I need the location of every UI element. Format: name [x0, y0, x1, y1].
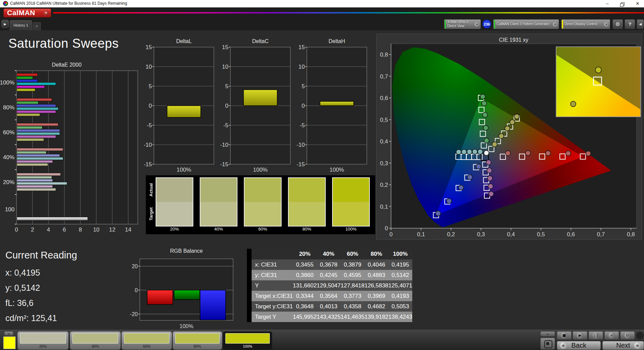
table-cell: 139,9182	[364, 312, 388, 322]
minimize-button[interactable]: –	[602, 0, 612, 7]
table-header: 20%40%60%80%100%	[252, 249, 412, 259]
continuous-button[interactable]: ∞	[604, 331, 619, 340]
collapse-toolbar-button[interactable]: ◀	[637, 19, 644, 29]
next-button[interactable]: Next »	[602, 341, 644, 350]
svg-text:0,5: 0,5	[380, 117, 388, 123]
pattern-chip	[225, 333, 270, 344]
help-icon: ?	[628, 21, 631, 27]
continuous-icon: ∞	[608, 332, 615, 339]
table-cell: 143,4325	[317, 312, 341, 322]
pattern-button-40%[interactable]: 40%	[70, 331, 121, 350]
sync-button[interactable]: ↻	[620, 331, 635, 340]
table-cell: 0,3564	[317, 291, 341, 301]
svg-text:-15: -15	[220, 161, 228, 168]
svg-text:10: 10	[222, 64, 228, 70]
rgb-bar-red	[147, 290, 173, 305]
source-dropdown[interactable]: CalMAN Client 3 Pattern Generator ▼	[493, 19, 559, 29]
rgb-bar-blue	[200, 290, 226, 320]
target-swatch	[200, 202, 237, 226]
stop-button[interactable]: ■	[557, 331, 572, 340]
calman-app-window: CalMAN 2018 CalMAN Ultimate for Business…	[0, 0, 644, 350]
arrow-up-icon: ▲	[547, 333, 549, 335]
reading-fl: fL: 36,6	[5, 298, 33, 308]
restore-button[interactable]	[617, 0, 627, 7]
table-row-label: y: CIE31	[252, 270, 293, 280]
actual-swatch	[156, 178, 193, 202]
svg-text:14: 14	[125, 226, 131, 233]
deltae2000-chart: DeltaE 200002468101214100%80%60%40%20%10…	[0, 61, 148, 239]
calman-logo: CalMAN	[7, 9, 35, 17]
table-cell: 141,4635	[341, 312, 364, 322]
play-button[interactable]: ▶	[573, 331, 587, 340]
table-cell: 0,4195	[388, 259, 412, 270]
measured-point	[456, 149, 461, 154]
measured-point	[447, 199, 452, 204]
display-control-dropdown[interactable]: Direct Display Control ▼	[561, 19, 610, 29]
deltal-plot: DeltaL151050-5-10-15100%	[137, 36, 218, 175]
deltah-chart: DeltaH151050-5-10-15100%	[290, 36, 371, 177]
table-col-header: 100%	[388, 249, 412, 259]
pattern-label: 100%	[223, 344, 272, 348]
actual-target-swatch-panel: ActualTarget20%40%60%80%100%	[146, 175, 375, 234]
svg-text:-10: -10	[220, 142, 228, 148]
tab-history[interactable]: History 1	[10, 20, 32, 30]
back-label: Back	[571, 342, 586, 349]
bracket-dot-button[interactable]: [·]	[588, 331, 603, 340]
table-cell: 126,5838	[364, 280, 388, 291]
svg-text:0,6: 0,6	[567, 231, 575, 238]
measured-point	[458, 185, 463, 190]
current-reading-title: Current Reading	[5, 250, 77, 261]
swatch-column-40%	[200, 177, 237, 226]
svg-text:-10: -10	[143, 142, 152, 148]
expand-patterns-button[interactable]: ▲	[4, 331, 13, 336]
actual-swatch	[333, 178, 369, 202]
target-swatch	[333, 202, 369, 226]
svg-text:15: 15	[222, 44, 228, 50]
measured-point	[499, 134, 504, 139]
pattern-window-button[interactable]	[540, 338, 555, 350]
source-status-bar	[494, 20, 495, 29]
tab-add-button[interactable]: +	[33, 22, 41, 30]
pattern-window-icon	[544, 340, 552, 348]
table-col-header: 60%	[341, 249, 364, 259]
pattern-label: 60%	[122, 344, 172, 348]
table-row: Target y:CIE310,36480,40130,43580,46820,…	[252, 301, 412, 312]
chevron-left-icon: ◀	[639, 22, 642, 26]
meter-line1: X-Rite i1Pro 2	[447, 20, 468, 24]
target-swatch	[156, 202, 193, 226]
pattern-button-80%[interactable]: 80%	[173, 331, 222, 350]
svg-text:0,4: 0,4	[380, 138, 388, 145]
pattern-button-20%[interactable]: 20%	[18, 331, 68, 350]
svg-text:0,7: 0,7	[597, 231, 605, 238]
pattern-button-100%[interactable]: 100%	[223, 331, 272, 350]
actual-swatch	[200, 178, 237, 202]
svg-text:60%: 60%	[3, 129, 14, 136]
table-body: x: CIE310,34550,36780,38790,40460,4195y:…	[252, 259, 412, 322]
nav-expand-button[interactable]: ▶	[1, 20, 9, 28]
pattern-button-60%[interactable]: 60%	[122, 331, 172, 350]
svg-text:0,7: 0,7	[380, 73, 388, 80]
table-cell: 0,4245	[317, 270, 341, 280]
help-button[interactable]: ?	[624, 19, 635, 29]
settings-button[interactable]: ⚙	[612, 19, 623, 29]
table-row-label: Target y:CIE31	[252, 301, 293, 312]
measured-point	[489, 191, 494, 197]
svg-text:4: 4	[47, 226, 50, 233]
svg-text:DeltaH: DeltaH	[329, 38, 345, 44]
swatch-column-label: 60%	[243, 226, 282, 232]
back-button[interactable]: « Back	[557, 341, 601, 350]
measured-point	[487, 176, 492, 181]
svg-text:0,3: 0,3	[477, 231, 485, 238]
svg-text:0: 0	[135, 287, 138, 293]
meter-count-badge[interactable]: 236	[482, 20, 491, 29]
expand-transport-button[interactable]: ▲	[540, 331, 555, 337]
table-cell: 129,5047	[317, 280, 341, 291]
measured-point	[510, 120, 515, 125]
calman-menu-button[interactable]: CalMAN ▼	[3, 8, 51, 18]
close-button[interactable]: ✕	[633, 0, 643, 7]
display-status-bar	[562, 20, 563, 29]
swatch-column-label: 80%	[287, 226, 326, 232]
table-cell: 0,3678	[317, 259, 341, 270]
meter-dropdown[interactable]: X-Rite i1Pro 2 Direct View ▼	[444, 19, 481, 29]
table-corner	[252, 249, 293, 259]
